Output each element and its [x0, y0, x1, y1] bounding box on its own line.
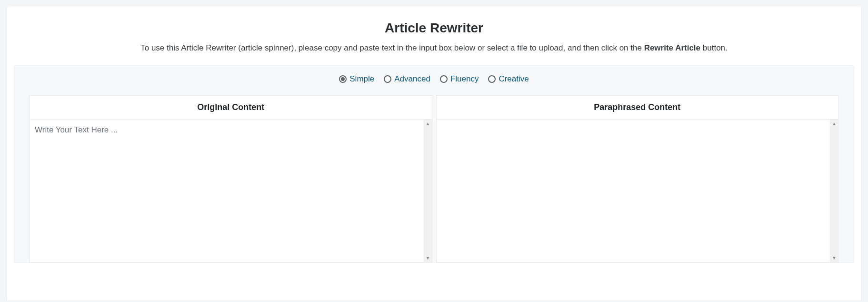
radio-icon — [339, 75, 347, 83]
paraphrased-header: Paraphrased Content — [436, 95, 839, 120]
mode-option-creative[interactable]: Creative — [488, 74, 529, 84]
subtitle-suffix: button. — [700, 43, 728, 52]
original-body: ▲ ▼ — [30, 120, 432, 262]
mode-option-simple[interactable]: Simple — [339, 74, 374, 84]
mode-label: Fluency — [450, 74, 479, 84]
page-title: Article Rewriter — [19, 20, 849, 36]
original-header: Original Content — [30, 95, 432, 120]
radio-icon — [440, 75, 448, 83]
mode-label: Advanced — [394, 74, 430, 84]
inner-area: Simple Advanced Fluency Creative Origina… — [14, 65, 854, 263]
paraphrased-body: ▲ ▼ — [436, 120, 839, 262]
header-block: Article Rewriter To use this Article Rew… — [7, 6, 861, 65]
scroll-up-icon[interactable]: ▲ — [830, 120, 838, 128]
page-subtitle: To use this Article Rewriter (article sp… — [19, 43, 849, 53]
radio-icon — [488, 75, 496, 83]
paraphrased-panel: Paraphrased Content ▲ ▼ — [436, 95, 839, 262]
radio-icon — [384, 75, 391, 83]
paraphrased-textarea[interactable] — [437, 120, 838, 262]
mode-label: Creative — [499, 74, 529, 84]
scroll-up-icon[interactable]: ▲ — [424, 120, 432, 128]
scroll-down-icon[interactable]: ▼ — [424, 254, 432, 262]
scroll-down-icon[interactable]: ▼ — [830, 254, 838, 262]
original-panel: Original Content ▲ ▼ — [30, 95, 432, 262]
mode-label: Simple — [349, 74, 374, 84]
panels-row: Original Content ▲ ▼ Paraphrased Content… — [14, 95, 854, 262]
scrollbar[interactable]: ▲ ▼ — [424, 120, 432, 262]
mode-option-fluency[interactable]: Fluency — [440, 74, 479, 84]
subtitle-prefix: To use this Article Rewriter (article sp… — [140, 43, 644, 52]
subtitle-strong: Rewrite Article — [644, 43, 700, 52]
scrollbar[interactable]: ▲ ▼ — [830, 120, 838, 262]
mode-row: Simple Advanced Fluency Creative — [14, 66, 854, 95]
page-container: Article Rewriter To use this Article Rew… — [7, 6, 861, 301]
original-textarea[interactable] — [30, 120, 432, 262]
mode-option-advanced[interactable]: Advanced — [384, 74, 430, 84]
